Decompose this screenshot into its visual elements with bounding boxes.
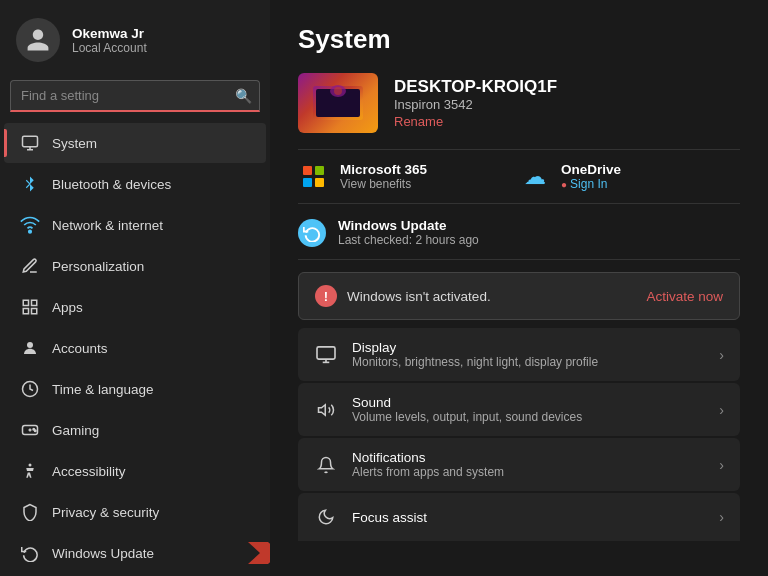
sidebar-item-personalization[interactable]: Personalization xyxy=(4,246,266,286)
user-section: Okemwa Jr Local Account xyxy=(0,0,270,76)
ms365-icon xyxy=(298,163,330,191)
bluetooth-icon xyxy=(20,174,40,194)
display-icon xyxy=(314,343,338,367)
windows-update-icon xyxy=(298,219,326,247)
wifi-icon xyxy=(20,215,40,235)
setting-sound[interactable]: Sound Volume levels, output, input, soun… xyxy=(298,383,740,436)
avatar xyxy=(16,18,60,62)
notifications-title: Notifications xyxy=(352,450,504,465)
sidebar-item-label: Gaming xyxy=(52,423,99,438)
svg-rect-4 xyxy=(23,300,28,305)
sidebar-item-accounts[interactable]: Accounts xyxy=(4,328,266,368)
sidebar-item-system[interactable]: System xyxy=(4,123,266,163)
svg-point-14 xyxy=(35,430,37,432)
user-name: Okemwa Jr xyxy=(72,26,147,41)
activation-left: ! Windows isn't activated. xyxy=(315,285,491,307)
sound-title: Sound xyxy=(352,395,582,410)
sidebar-item-time[interactable]: Time & language xyxy=(4,369,266,409)
device-name: DESKTOP-KROIQ1F xyxy=(394,77,557,97)
display-text: Display Monitors, brightness, night ligh… xyxy=(352,340,598,369)
windows-update-row[interactable]: Windows Update Last checked: 2 hours ago xyxy=(298,218,740,260)
sidebar-item-apps[interactable]: Apps xyxy=(4,287,266,327)
onedrive-text: OneDrive ●Sign In xyxy=(561,162,621,191)
activation-message: Windows isn't activated. xyxy=(347,289,491,304)
sidebar-item-label: Bluetooth & devices xyxy=(52,177,171,192)
display-subtitle: Monitors, brightness, night light, displ… xyxy=(352,355,598,369)
svg-rect-5 xyxy=(32,300,37,305)
ms365-sub: View benefits xyxy=(340,177,427,191)
svg-rect-0 xyxy=(23,136,38,147)
display-title: Display xyxy=(352,340,598,355)
sidebar-item-label: Apps xyxy=(52,300,83,315)
sidebar-item-label: Time & language xyxy=(52,382,154,397)
sidebar-item-accessibility[interactable]: Accessibility xyxy=(4,451,266,491)
services-row: Microsoft 365 View benefits ☁ OneDrive ●… xyxy=(298,149,740,204)
ms365-text: Microsoft 365 View benefits xyxy=(340,162,427,191)
sidebar-item-update[interactable]: Windows Update xyxy=(4,533,266,573)
setting-sound-left: Sound Volume levels, output, input, soun… xyxy=(314,395,582,424)
time-icon xyxy=(20,379,40,399)
focus-title: Focus assist xyxy=(352,510,427,525)
setting-display[interactable]: Display Monitors, brightness, night ligh… xyxy=(298,328,740,381)
svg-marker-16 xyxy=(248,542,270,564)
gaming-icon xyxy=(20,420,40,440)
update-text: Windows Update Last checked: 2 hours ago xyxy=(338,218,479,247)
setting-display-left: Display Monitors, brightness, night ligh… xyxy=(314,340,598,369)
sound-subtitle: Volume levels, output, input, sound devi… xyxy=(352,410,582,424)
ms365-service[interactable]: Microsoft 365 View benefits xyxy=(298,162,519,191)
setting-focus-assist[interactable]: Focus assist › xyxy=(298,493,740,541)
onedrive-service[interactable]: ☁ OneDrive ●Sign In xyxy=(519,162,740,191)
ms365-name: Microsoft 365 xyxy=(340,162,427,177)
svg-point-8 xyxy=(27,342,33,348)
sidebar-item-network[interactable]: Network & internet xyxy=(4,205,266,245)
search-box[interactable]: 🔍 xyxy=(10,80,260,112)
sidebar-item-label: Network & internet xyxy=(52,218,163,233)
sidebar-item-gaming[interactable]: Gaming xyxy=(4,410,266,450)
focus-text: Focus assist xyxy=(352,510,427,525)
page-title: System xyxy=(298,24,740,55)
nav-list: System Bluetooth & devices Network & int… xyxy=(0,122,270,576)
sound-icon xyxy=(314,398,338,422)
accessibility-icon xyxy=(20,461,40,481)
activate-now-link[interactable]: Activate now xyxy=(646,289,723,304)
device-rename-link[interactable]: Rename xyxy=(394,114,557,129)
setting-focus-left: Focus assist xyxy=(314,505,427,529)
sidebar-item-label: Accounts xyxy=(52,341,108,356)
apps-icon xyxy=(20,297,40,317)
user-info: Okemwa Jr Local Account xyxy=(72,26,147,55)
device-info: DESKTOP-KROIQ1F Inspiron 3542 Rename xyxy=(394,77,557,129)
notifications-icon xyxy=(314,453,338,477)
arrow-indicator xyxy=(248,542,270,564)
onedrive-dot: ● xyxy=(561,179,567,190)
svg-marker-24 xyxy=(319,404,326,415)
svg-rect-21 xyxy=(317,346,335,358)
update-title: Windows Update xyxy=(338,218,479,233)
svg-rect-7 xyxy=(32,309,37,314)
setting-notifications[interactable]: Notifications Alerts from apps and syste… xyxy=(298,438,740,491)
focus-assist-icon xyxy=(314,505,338,529)
chevron-right-icon: › xyxy=(719,509,724,525)
chevron-right-icon: › xyxy=(719,457,724,473)
personalization-icon xyxy=(20,256,40,276)
svg-point-15 xyxy=(29,464,32,467)
main-content: System DESKTOP-KROIQ1F I xyxy=(270,0,768,576)
notifications-text: Notifications Alerts from apps and syste… xyxy=(352,450,504,479)
user-role: Local Account xyxy=(72,41,147,55)
search-input[interactable] xyxy=(10,80,260,112)
device-card: DESKTOP-KROIQ1F Inspiron 3542 Rename xyxy=(298,73,740,133)
svg-rect-6 xyxy=(23,309,28,314)
device-thumbnail xyxy=(298,73,378,133)
sidebar-item-label: Privacy & security xyxy=(52,505,159,520)
chevron-right-icon: › xyxy=(719,347,724,363)
onedrive-icon: ☁ xyxy=(519,163,551,191)
notifications-subtitle: Alerts from apps and system xyxy=(352,465,504,479)
accounts-icon xyxy=(20,338,40,358)
sound-text: Sound Volume levels, output, input, soun… xyxy=(352,395,582,424)
privacy-icon xyxy=(20,502,40,522)
onedrive-sub: ●Sign In xyxy=(561,177,621,191)
update-icon xyxy=(20,543,40,563)
sidebar-item-bluetooth[interactable]: Bluetooth & devices xyxy=(4,164,266,204)
activation-bar: ! Windows isn't activated. Activate now xyxy=(298,272,740,320)
sidebar-item-label: Personalization xyxy=(52,259,144,274)
sidebar-item-privacy[interactable]: Privacy & security xyxy=(4,492,266,532)
